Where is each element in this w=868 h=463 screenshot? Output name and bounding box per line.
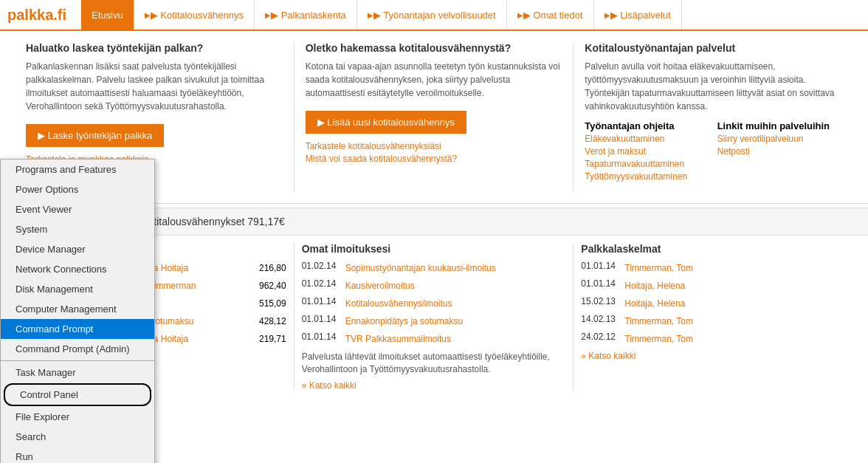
main-wrapper: Programs and Features Power Options Even… <box>0 31 868 463</box>
link-tyottomyysvakuuttaminen[interactable]: Työttömyysvakuuttaminen <box>585 171 709 182</box>
menu-control-panel[interactable]: Control Panel <box>4 383 151 406</box>
table-row: 01.01.14 Hoitaja, Helena <box>581 278 846 293</box>
table-row: 01.01.14 Kotitalousvähennysilmoitus <box>302 296 566 311</box>
table-row: 01.02.14 Kausiveroilmoitus <box>302 278 566 293</box>
table-row: 15.02.13 Hoitaja, Helena <box>581 296 846 311</box>
promo-col-2: Oletko hakemassa kotitalousvähennystä? K… <box>294 42 574 192</box>
table-row: 01.01.14 Timmerman, Tom <box>581 261 846 275</box>
menu-computer-management[interactable]: Computer Management <box>1 299 154 319</box>
tab-palkanlaskenta[interactable]: ▶ Palkanlaskenta <box>255 0 357 30</box>
nav-tabs: Etusivu ▶ Kotitalousvähennys ▶ Palkanlas… <box>81 0 682 30</box>
link-notif-1[interactable]: Sopimustyönantajan kuukausi-ilmoitus <box>345 263 566 273</box>
link-calc-3[interactable]: Hoitaja, Helena <box>624 298 846 309</box>
link-calc-5[interactable]: Timmerman, Tom <box>624 334 846 344</box>
link-verotilipalvelu[interactable]: Siirry verotilipalveluun <box>717 134 842 144</box>
link-verot-maksut[interactable]: Verot ja maksut <box>585 146 709 157</box>
menu-run[interactable]: Run <box>1 447 154 463</box>
promo-col3-text: Palvelun avulla voit hoitaa eläkevakuutt… <box>585 60 842 113</box>
link-mista-saa-vahennyksen[interactable]: Mistä voi saada kotitalousvähennystä? <box>306 154 562 164</box>
btn-lisaa-vahennys[interactable]: Lisää uusi kotitalousvähennys <box>306 111 466 134</box>
promo-col1-text: Palkanlaskennan lisäksi saat palvelusta … <box>26 60 283 113</box>
table-row: 24.02.12 Timmerman, Tom <box>581 332 846 346</box>
tab-kotitalousvahennys[interactable]: ▶ Kotitalousvähennys <box>134 0 255 30</box>
menu-device-manager[interactable]: Device Manager <box>1 239 154 259</box>
link-calc-4[interactable]: Timmerman, Tom <box>624 316 846 326</box>
menu-system[interactable]: System <box>1 219 154 239</box>
notifications-col: Omat ilmoituksesi 01.02.14 Sopimustyönan… <box>294 243 574 391</box>
menu-disk-management[interactable]: Disk Management <box>1 279 154 299</box>
logo-text: palkka.fi <box>7 7 66 23</box>
table-row: 01.01.14 TVR Palkkasummailmoitus <box>302 332 566 346</box>
other-links: Linkit muihin palveluihin Siirry verotil… <box>717 120 842 184</box>
link-calc-2[interactable]: Hoitaja, Helena <box>624 281 846 291</box>
context-menu: Programs and Features Power Options Even… <box>0 159 155 463</box>
link-tarkastele-vahennyksia[interactable]: Tarkastele kotitalousvähennyksiäsi <box>306 141 562 151</box>
separator-1 <box>1 360 154 361</box>
menu-network-connections[interactable]: Network Connections <box>1 259 154 279</box>
other-links-title: Linkit muihin palveluihin <box>717 120 842 131</box>
promo-col1-title: Haluatko laskea työntekijän palkan? <box>26 42 283 54</box>
menu-event-viewer[interactable]: Event Viewer <box>1 199 154 219</box>
tab-lisapalvelut[interactable]: ▶ Lisäpalvelut <box>594 0 682 30</box>
tab-tyonantajan[interactable]: ▶ Työnantajan velvollisuudet <box>357 0 507 30</box>
menu-command-prompt[interactable]: Command Prompt <box>1 319 154 339</box>
table-row: 01.02.14 Sopimustyönantajan kuukausi-ilm… <box>302 261 566 275</box>
table-row: 14.02.13 Timmerman, Tom <box>581 314 846 329</box>
link-katso-kaikki-calcs[interactable]: » Katso kaikki <box>581 351 846 361</box>
promo-col3-title: Kotitaloustyönantajan palvelut <box>585 42 842 54</box>
promo-col-3: Kotitaloustyönantajan palvelut Palvelun … <box>574 42 853 192</box>
employer-ohjeita-title: Työnantajan ohjeita <box>585 120 709 131</box>
notifications-footer: Palvelusta lähtevät ilmoitukset automaat… <box>302 351 566 376</box>
top-nav: palkka.fi Etusivu ▶ Kotitalousvähennys ▶… <box>0 0 868 31</box>
link-tapaturmavakuuttaminen[interactable]: Tapaturmavakuuttaminen <box>585 159 709 169</box>
link-notif-3[interactable]: Kotitalousvähennysilmoitus <box>345 298 566 309</box>
menu-programs-features[interactable]: Programs and Features <box>1 160 154 179</box>
logo: palkka.fi <box>7 7 66 24</box>
menu-file-explorer[interactable]: File Explorer <box>1 407 154 427</box>
menu-command-prompt-admin[interactable]: Command Prompt (Admin) <box>1 339 154 359</box>
link-katso-kaikki-notifs[interactable]: » Katso kaikki <box>302 380 566 391</box>
promo-col2-links: Tarkastele kotitalousvähennyksiäsi Mistä… <box>306 141 562 164</box>
link-notif-5[interactable]: TVR Palkkasummailmoitus <box>345 334 566 344</box>
table-row: 01.01.14 Ennakonpidätys ja sotumaksu <box>302 314 566 329</box>
menu-search[interactable]: Search <box>1 427 154 447</box>
tab-etusivu[interactable]: Etusivu <box>81 0 134 30</box>
employer-ohjeita: Työnantajan ohjeita Eläkevakuuttaminen V… <box>585 120 709 184</box>
link-calc-1[interactable]: Timmerman, Tom <box>624 263 846 273</box>
link-notif-4[interactable]: Ennakonpidätys ja sotumaksu <box>345 316 566 326</box>
calculations-title: Palkkalaskelmat <box>581 243 846 255</box>
promo-col2-text: Kotona tai vapaa-ajan asunnolla teetetyn… <box>306 60 562 100</box>
link-netposti[interactable]: Netposti <box>717 146 842 157</box>
link-elakevakuuttaminen[interactable]: Eläkevakuuttaminen <box>585 134 709 144</box>
calculations-col: Palkkalaskelmat 01.01.14 Timmerman, Tom … <box>574 243 853 391</box>
employer-links-grid: Työnantajan ohjeita Eläkevakuuttaminen V… <box>585 120 842 184</box>
menu-task-manager[interactable]: Task Manager <box>1 363 154 383</box>
promo-col2-title: Oletko hakemassa kotitalousvähennystä? <box>306 42 562 54</box>
btn-laske-palkka[interactable]: Laske työntekijän palkka <box>26 124 164 147</box>
link-notif-2[interactable]: Kausiveroilmoitus <box>345 281 566 291</box>
menu-power-options[interactable]: Power Options <box>1 179 154 199</box>
notifications-title: Omat ilmoituksesi <box>302 243 566 255</box>
tab-omat-tiedot[interactable]: ▶ Omat tiedot <box>507 0 594 30</box>
